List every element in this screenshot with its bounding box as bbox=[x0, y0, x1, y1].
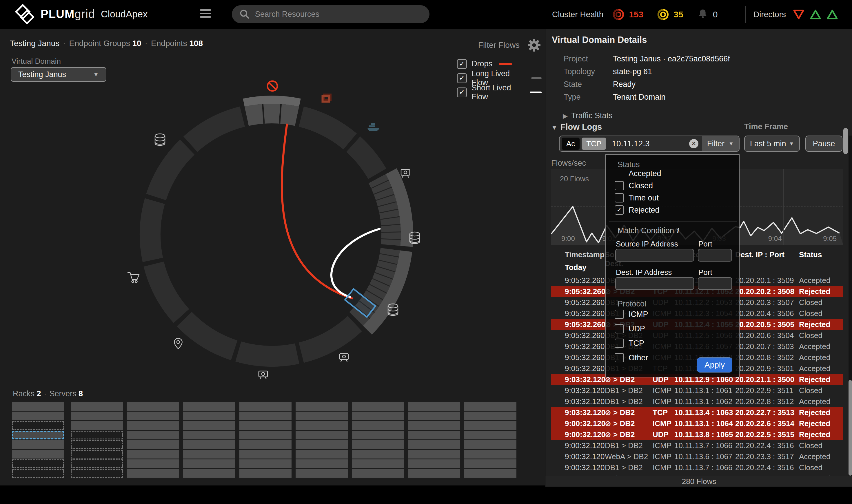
server-bar[interactable] bbox=[183, 460, 235, 468]
server-bar[interactable] bbox=[183, 450, 235, 458]
option-checkbox[interactable] bbox=[615, 310, 624, 319]
server-bar[interactable] bbox=[127, 402, 179, 411]
server-bar[interactable] bbox=[296, 460, 348, 468]
endpoint-group-segment[interactable] bbox=[177, 312, 237, 360]
traffic-stats-toggle[interactable]: ▶Traffic Stats bbox=[563, 111, 613, 120]
director-down-icon[interactable] bbox=[792, 8, 805, 21]
database-icon[interactable] bbox=[155, 134, 165, 145]
source-port-input[interactable] bbox=[698, 249, 732, 262]
selected-server[interactable] bbox=[12, 431, 64, 439]
server-bar[interactable] bbox=[352, 440, 404, 449]
dest-ip-input[interactable] bbox=[615, 277, 694, 290]
legend-checkbox[interactable]: ✓ bbox=[457, 88, 467, 97]
status-filter-chip[interactable]: Ac bbox=[562, 138, 580, 150]
server-bar[interactable] bbox=[464, 460, 516, 468]
endpoint-group-segment[interactable] bbox=[183, 107, 245, 152]
server-bar[interactable] bbox=[127, 431, 179, 439]
server-bar[interactable] bbox=[183, 469, 235, 478]
option-checkbox[interactable] bbox=[615, 339, 624, 348]
empty-slot[interactable] bbox=[71, 469, 123, 478]
highlighted-endpoint-group-segment[interactable] bbox=[245, 104, 299, 126]
server-bar[interactable] bbox=[239, 460, 291, 468]
endpoint-group-segment[interactable] bbox=[299, 316, 362, 363]
server-bar[interactable] bbox=[71, 421, 123, 430]
virtual-domain-select[interactable]: Testing Janus▼ bbox=[11, 67, 106, 82]
server-bar[interactable] bbox=[352, 431, 404, 439]
table-row[interactable]: 9:03:32.120DB1 > DB2ICMP10.11.13.1 : 106… bbox=[551, 396, 843, 407]
pin-icon[interactable] bbox=[175, 338, 182, 349]
endpoint-group-segment[interactable] bbox=[146, 140, 194, 200]
server-bar[interactable] bbox=[408, 469, 460, 478]
pause-button[interactable]: Pause bbox=[805, 136, 842, 152]
filter-query-text[interactable]: 10.11.12.3 bbox=[612, 139, 689, 148]
critical-alerts-icon[interactable] bbox=[611, 7, 625, 21]
server-bar[interactable] bbox=[464, 402, 516, 411]
server-bar[interactable] bbox=[183, 402, 235, 411]
server-bar[interactable] bbox=[296, 421, 348, 430]
server-bar[interactable] bbox=[464, 450, 516, 458]
docker-whale-icon[interactable] bbox=[368, 123, 379, 131]
server-bar[interactable] bbox=[12, 402, 64, 411]
protocol-filter-chip[interactable]: TCP bbox=[582, 138, 606, 150]
source-ip-input[interactable] bbox=[615, 249, 694, 262]
table-row[interactable]: 9:00:32.120DB1 > DB2ICMP10.11.13.7 : 106… bbox=[551, 462, 843, 473]
endpoint-group-segment[interactable] bbox=[235, 342, 299, 367]
server-bar[interactable] bbox=[239, 431, 291, 439]
server-bar[interactable] bbox=[127, 421, 179, 430]
warning-alerts-icon[interactable] bbox=[656, 7, 670, 21]
server-bar[interactable] bbox=[239, 412, 291, 420]
legend-checkbox[interactable]: ✓ bbox=[457, 73, 467, 83]
endpoint-group-segment[interactable] bbox=[299, 107, 357, 149]
server-bar[interactable] bbox=[352, 402, 404, 411]
server-bar[interactable] bbox=[239, 402, 291, 411]
server-bar[interactable] bbox=[239, 440, 291, 449]
server-bar[interactable] bbox=[464, 412, 516, 420]
server-bar[interactable] bbox=[183, 431, 235, 439]
info-icon[interactable]: i bbox=[677, 226, 679, 235]
endpoint-group-segment[interactable] bbox=[346, 137, 386, 179]
director-up-icon[interactable] bbox=[826, 8, 839, 21]
server-bar[interactable] bbox=[352, 460, 404, 468]
time-range-select[interactable]: Last 5 min▼ bbox=[744, 136, 800, 152]
empty-slot[interactable] bbox=[71, 440, 123, 449]
table-row[interactable]: 9:00:32.120WebA > DB2ICMP10.11.13.6 : 10… bbox=[551, 451, 843, 462]
bell-icon[interactable] bbox=[696, 8, 709, 21]
endpoint-group-segment[interactable] bbox=[144, 262, 189, 323]
server-bar[interactable] bbox=[296, 402, 348, 411]
server-bar[interactable] bbox=[127, 460, 179, 468]
dest-port-input[interactable] bbox=[698, 277, 732, 290]
server-bar[interactable] bbox=[408, 412, 460, 420]
gear-icon[interactable] bbox=[527, 38, 541, 52]
server-bar[interactable] bbox=[352, 412, 404, 420]
camera-icon[interactable] bbox=[401, 169, 410, 178]
server-bar[interactable] bbox=[12, 440, 64, 449]
search-bar[interactable] bbox=[232, 5, 429, 23]
scrollbar-thumb[interactable] bbox=[849, 380, 852, 475]
server-bar[interactable] bbox=[464, 469, 516, 478]
server-bar[interactable] bbox=[127, 450, 179, 458]
endpoint-group-segment[interactable] bbox=[140, 198, 165, 262]
empty-slot[interactable] bbox=[71, 460, 123, 468]
option-checkbox[interactable] bbox=[615, 324, 624, 334]
server-bar[interactable] bbox=[408, 402, 460, 411]
server-bar[interactable] bbox=[408, 431, 460, 439]
server-bar[interactable] bbox=[127, 412, 179, 420]
flow-logs-toggle[interactable]: ▼Flow Logs bbox=[551, 122, 602, 132]
server-bar[interactable] bbox=[296, 469, 348, 478]
option-checkbox[interactable] bbox=[615, 353, 624, 362]
table-row[interactable]: 9:00:32.120DB1 > DB2ICMP10.11.13.7 : 106… bbox=[551, 440, 843, 451]
server-bar[interactable] bbox=[408, 421, 460, 430]
server-bar[interactable] bbox=[296, 412, 348, 420]
cube-icon[interactable] bbox=[322, 94, 331, 102]
flow-filter-input[interactable]: Ac TCP 10.11.12.3 ✕ Filter▼ bbox=[559, 136, 740, 152]
camera-icon[interactable] bbox=[340, 354, 348, 362]
menu-icon[interactable] bbox=[200, 9, 211, 20]
server-bar[interactable] bbox=[239, 469, 291, 478]
server-bar[interactable] bbox=[296, 440, 348, 449]
server-bar[interactable] bbox=[127, 469, 179, 478]
empty-slot[interactable] bbox=[12, 460, 64, 468]
camera-icon[interactable] bbox=[259, 371, 267, 379]
table-row[interactable]: 9:03:32.120DB1 > DB2ICMP10.11.13.1 : 106… bbox=[551, 385, 843, 396]
no-entry-icon[interactable] bbox=[267, 81, 277, 91]
cart-icon[interactable] bbox=[127, 273, 139, 283]
